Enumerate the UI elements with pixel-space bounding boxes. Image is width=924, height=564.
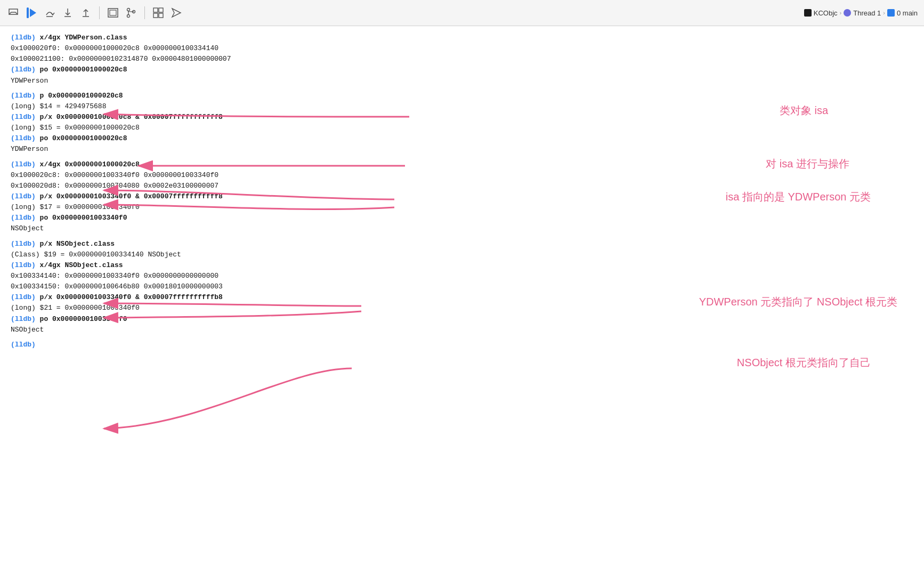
- debug-output: (lldb) x/4gx YDWPerson.class0x1000020f0:…: [11, 33, 384, 558]
- svg-point-9: [127, 9, 130, 11]
- debug-line: (lldb) x/4gx YDWPerson.class: [11, 33, 384, 43]
- frame-icon[interactable]: [106, 6, 120, 20]
- debug-line: (long) $21 = 0x00000001003340f0: [11, 303, 384, 313]
- lldb-output: NSObject: [11, 224, 44, 232]
- debug-line: (long) $17 = 0x00000001003340f0: [11, 202, 384, 213]
- lldb-output: 0x1000020d8: 0x0000000100704080 0x0002e0…: [11, 182, 218, 190]
- thread-icon: [844, 9, 851, 17]
- debug-line: NSObject: [11, 223, 384, 234]
- annotation-2: 对 isa 进行与操作: [766, 157, 849, 171]
- lldb-output: 0x1000020c8: 0x00000001003340f0 0x000000…: [11, 171, 218, 179]
- lldb-output: 0x100334150: 0x0000000100646b80 0x000180…: [11, 283, 223, 291]
- debug-line: (lldb) x/4gx NSObject.class: [11, 260, 384, 271]
- debug-line: 0x1000020f0: 0x00000001000020c8 0x000000…: [11, 43, 384, 54]
- annotation-1: 类对象 isa: [780, 103, 828, 118]
- lldb-output: (long) $17 = 0x00000001003340f0: [11, 203, 140, 211]
- lldb-output: YDWPerson: [11, 77, 48, 85]
- step-over-icon[interactable]: [43, 6, 56, 20]
- debug-line: [11, 335, 384, 340]
- lldb-command: p/x 0x00000001000020c8 & 0x00007ffffffff…: [36, 113, 223, 121]
- debug-line: 0x1000020d8: 0x0000000100704080 0x0002e0…: [11, 181, 384, 191]
- lldb-output: (long) $14 = 4294975688: [11, 102, 106, 110]
- lldb-command: po 0x00000001003340f0: [36, 315, 127, 323]
- lldb-prompt: (lldb): [11, 66, 36, 74]
- debug-line: (lldb) po 0x00000001003340f0: [11, 213, 384, 223]
- lldb-command: p 0x00000001000020c8: [36, 92, 123, 100]
- svg-marker-17: [172, 9, 181, 17]
- breadcrumb-project-label: KCObjc: [814, 9, 838, 17]
- step-in-icon[interactable]: [61, 6, 75, 20]
- breadcrumb-project[interactable]: KCObjc: [804, 9, 838, 17]
- svg-rect-15: [153, 13, 158, 18]
- debug-line: 0x100334140: 0x00000001003340f0 0x000000…: [11, 271, 384, 281]
- lldb-prompt: (lldb): [11, 160, 36, 168]
- inbox-icon[interactable]: [6, 6, 20, 20]
- debug-line: 0x100334150: 0x0000000100646b80 0x000180…: [11, 281, 384, 292]
- debug-line: (lldb) x/4gx 0x00000001000020c8: [11, 159, 384, 170]
- debug-line: YDWPerson: [11, 76, 384, 86]
- debug-line: (lldb) p/x NSObject.class: [11, 239, 384, 249]
- lldb-prompt: (lldb): [11, 315, 36, 323]
- lldb-prompt: (lldb): [11, 134, 36, 142]
- lldb-output: 0x100334140: 0x00000001003340f0 0x000000…: [11, 272, 218, 280]
- lldb-prompt: (lldb): [11, 214, 36, 222]
- lldb-prompt: (lldb): [11, 240, 36, 248]
- separator-1: [99, 6, 100, 19]
- project-icon: [804, 9, 812, 17]
- lldb-output: (Class) $19 = 0x0000000100334140 NSObjec…: [11, 251, 181, 259]
- send-icon[interactable]: [169, 6, 183, 20]
- main-content: (lldb) x/4gx YDWPerson.class0x1000020f0:…: [0, 26, 924, 564]
- lldb-command: x/4gx 0x00000001000020c8: [36, 160, 140, 168]
- annotation-5: NSObject 根元类指向了自己: [737, 356, 871, 370]
- debug-line: 0x1000020c8: 0x00000001003340f0 0x000000…: [11, 170, 384, 181]
- svg-rect-14: [159, 8, 163, 12]
- breadcrumb: KCObjc › Thread 1 › 0 main: [804, 9, 918, 17]
- debug-line: (lldb) p/x 0x00000001003340f0 & 0x00007f…: [11, 191, 384, 202]
- lldb-output: (long) $21 = 0x00000001003340f0: [11, 304, 140, 312]
- debug-line: (lldb) p/x 0x00000001000020c8 & 0x00007f…: [11, 112, 384, 123]
- grid-icon[interactable]: [151, 6, 165, 20]
- lldb-prompt: (lldb): [11, 92, 36, 100]
- debug-line: NSObject: [11, 325, 384, 335]
- svg-rect-16: [159, 13, 163, 18]
- lldb-command: po 0x00000001000020c8: [36, 134, 127, 142]
- svg-rect-8: [110, 10, 116, 15]
- debug-line: 0x1000021100: 0x00000000102314870 0x0000…: [11, 54, 384, 65]
- lldb-command: po 0x00000001000020c8: [36, 66, 127, 74]
- chevron-icon-1: ›: [840, 10, 842, 16]
- debug-line: (lldb) po 0x00000001000020c8: [11, 65, 384, 75]
- breadcrumb-thread-label: Thread 1: [853, 9, 881, 17]
- debug-line: [11, 86, 384, 91]
- debug-line: (long) $15 = 0x00000001000020c8: [11, 123, 384, 133]
- toolbar: KCObjc › Thread 1 › 0 main: [0, 0, 924, 26]
- debug-line: [11, 155, 384, 159]
- lldb-prompt: (lldb): [11, 192, 36, 200]
- lldb-output: NSObject: [11, 326, 44, 334]
- debug-line: YDWPerson: [11, 144, 384, 155]
- step-out-icon[interactable]: [79, 6, 93, 20]
- breadcrumb-frame[interactable]: 0 main: [887, 9, 918, 17]
- debug-line: (lldb) p/x 0x00000001003340f0 & 0x00007f…: [11, 292, 384, 303]
- branch-icon[interactable]: [124, 6, 138, 20]
- separator-2: [144, 6, 145, 19]
- lldb-prompt: (lldb): [11, 34, 36, 42]
- chevron-icon-2: ›: [883, 10, 885, 16]
- continue-icon[interactable]: [25, 6, 38, 20]
- lldb-output: 0x1000021100: 0x00000000102314870 0x0000…: [11, 55, 231, 63]
- annotation-3: isa 指向的是 YDWPerson 元类: [726, 190, 871, 204]
- breadcrumb-thread[interactable]: Thread 1: [844, 9, 881, 17]
- svg-marker-1: [30, 9, 36, 17]
- lldb-command: x/4gx YDWPerson.class: [36, 34, 127, 42]
- debug-line: (lldb) p 0x00000001000020c8: [11, 91, 384, 101]
- svg-rect-13: [153, 8, 158, 12]
- lldb-output: YDWPerson: [11, 145, 48, 153]
- lldb-output: 0x1000020f0: 0x00000001000020c8 0x000000…: [11, 44, 218, 52]
- debug-line: (long) $14 = 4294975688: [11, 101, 384, 112]
- debug-line: (lldb) po 0x00000001000020c8: [11, 133, 384, 144]
- lldb-command: x/4gx NSObject.class: [36, 261, 123, 269]
- breadcrumb-frame-label: 0 main: [897, 9, 918, 17]
- svg-rect-0: [27, 7, 29, 18]
- svg-point-10: [127, 15, 130, 18]
- lldb-prompt: (lldb): [11, 341, 36, 349]
- annotation-4: YDWPerson 元类指向了 NSObject 根元类: [699, 295, 897, 309]
